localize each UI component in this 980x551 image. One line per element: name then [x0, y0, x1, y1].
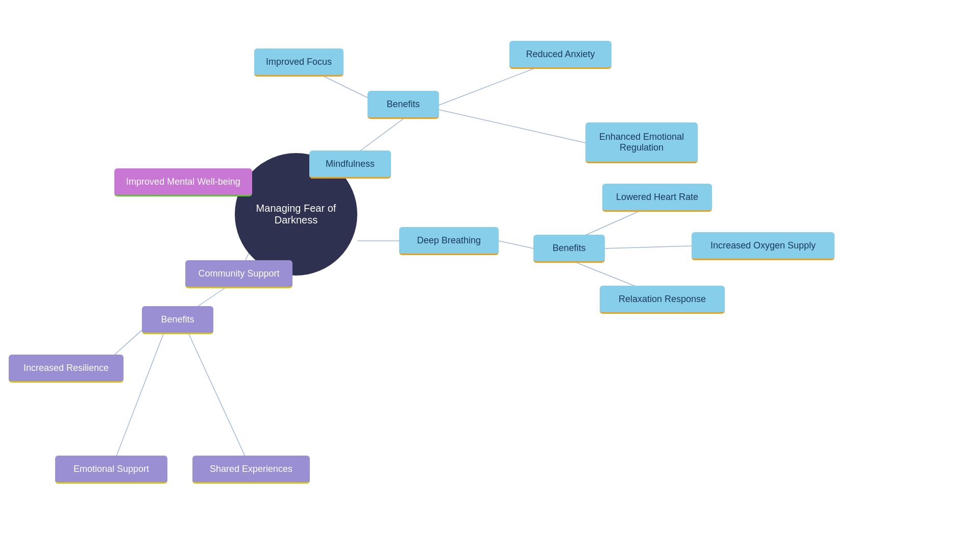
enhanced-emotional-node[interactable]: Enhanced Emotional Regulation	[585, 122, 698, 163]
svg-line-11	[189, 334, 251, 469]
improved-focus-label: Improved Focus	[266, 57, 332, 67]
relaxation-response-label: Relaxation Response	[619, 294, 706, 305]
community-support-label: Community Support	[198, 268, 279, 279]
benefits-right-label: Benefits	[552, 243, 585, 254]
reduced-anxiety-label: Reduced Anxiety	[526, 49, 595, 60]
svg-line-7	[439, 110, 585, 143]
mindfulness-node[interactable]: Mindfulness	[309, 151, 391, 179]
benefits-top-node[interactable]: Benefits	[368, 91, 439, 119]
emotional-support-label: Emotional Support	[74, 464, 149, 474]
deep-breathing-node[interactable]: Deep Breathing	[399, 227, 499, 255]
emotional-support-node[interactable]: Emotional Support	[55, 456, 167, 484]
relaxation-response-node[interactable]: Relaxation Response	[600, 286, 725, 314]
svg-line-12	[499, 241, 533, 248]
benefits-bottom-label: Benefits	[161, 314, 194, 325]
improved-focus-node[interactable]: Improved Focus	[254, 48, 344, 77]
mindfulness-label: Mindfulness	[326, 159, 375, 169]
deep-breathing-label: Deep Breathing	[417, 235, 481, 246]
reduced-anxiety-node[interactable]: Reduced Anxiety	[509, 41, 611, 69]
improved-mental-label: Improved Mental Well-being	[126, 177, 240, 187]
benefits-bottom-node[interactable]: Benefits	[142, 306, 213, 334]
center-label: Managing Fear of Darkness	[235, 203, 357, 226]
svg-line-14	[605, 246, 692, 248]
improved-mental-node[interactable]: Improved Mental Well-being	[114, 168, 252, 196]
increased-resilience-label: Increased Resilience	[23, 363, 109, 373]
increased-oxygen-node[interactable]: Increased Oxygen Supply	[692, 232, 835, 260]
lowered-heart-label: Lowered Heart Rate	[616, 192, 698, 203]
lowered-heart-node[interactable]: Lowered Heart Rate	[602, 184, 712, 212]
benefits-right-node[interactable]: Benefits	[533, 235, 605, 263]
enhanced-emotional-label: Enhanced Emotional Regulation	[594, 132, 690, 153]
svg-line-6	[439, 68, 536, 105]
benefits-top-label: Benefits	[386, 99, 420, 110]
shared-experiences-node[interactable]: Shared Experiences	[192, 456, 310, 484]
increased-oxygen-label: Increased Oxygen Supply	[710, 240, 816, 251]
shared-experiences-label: Shared Experiences	[210, 464, 292, 474]
increased-resilience-node[interactable]: Increased Resilience	[9, 355, 124, 383]
community-support-node[interactable]: Community Support	[185, 260, 292, 288]
